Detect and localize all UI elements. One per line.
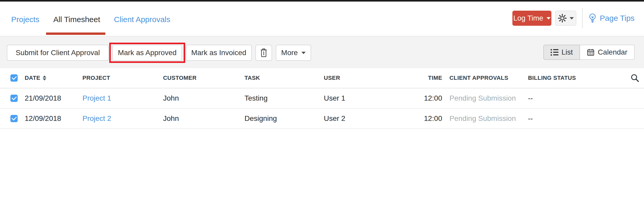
- checkmark-icon: [12, 95, 17, 100]
- list-icon: [551, 49, 558, 56]
- list-label: List: [562, 48, 573, 56]
- row-checkbox[interactable]: [10, 95, 18, 102]
- cell-task: Designing: [244, 114, 277, 123]
- settings-button[interactable]: [555, 11, 576, 26]
- timesheet-page: Projects All Timesheet Client Approvals …: [0, 0, 644, 209]
- checkmark-icon: [12, 75, 17, 80]
- delete-button[interactable]: [255, 45, 272, 61]
- view-toggle: List Calendar: [543, 45, 635, 60]
- page-tips-link[interactable]: Page Tips: [588, 13, 634, 23]
- sort-arrows-icon[interactable]: [43, 76, 46, 81]
- column-header-task: TASK: [244, 75, 260, 81]
- caret-down-icon: [546, 17, 551, 19]
- calendar-icon: [587, 48, 595, 56]
- column-header-project: PROJECT: [82, 75, 110, 81]
- trash-icon: [260, 48, 268, 58]
- table-row[interactable]: 21/09/2018 Project 1 John Testing User 1…: [0, 88, 644, 109]
- gear-icon: [558, 14, 567, 23]
- tab-all-timesheet[interactable]: All Timesheet: [53, 15, 100, 24]
- page-header: Projects All Timesheet Client Approvals …: [0, 2, 644, 36]
- page-tips-label: Page Tips: [600, 14, 634, 23]
- lightbulb-icon: [588, 13, 597, 23]
- caret-down-icon: [301, 52, 306, 54]
- cell-project-link[interactable]: Project 1: [82, 94, 111, 102]
- list-view-button[interactable]: List: [543, 45, 580, 60]
- invoice-label: Mark as Invoiced: [191, 49, 246, 57]
- checkmark-icon: [12, 115, 17, 121]
- column-header-client-approvals: CLIENT APPROVALS: [449, 75, 508, 81]
- timesheet-table: DATE PROJECT CUSTOMER TASK USER TIME CLI…: [0, 68, 644, 129]
- cell-date: 21/09/2018: [25, 94, 61, 102]
- table-row[interactable]: 12/09/2018 Project 2 John Designing User…: [0, 109, 644, 129]
- more-button[interactable]: More: [276, 45, 311, 61]
- column-header-date[interactable]: DATE: [25, 75, 40, 81]
- cell-task: Testing: [244, 94, 268, 102]
- tab-client-approvals[interactable]: Client Approvals: [114, 15, 170, 24]
- cell-date: 12/09/2018: [25, 114, 61, 123]
- caret-down-icon: [570, 17, 574, 19]
- cell-project-link[interactable]: Project 2: [82, 114, 111, 123]
- cell-time: 12:00: [390, 94, 442, 102]
- cell-customer: John: [163, 94, 179, 102]
- calendar-view-button[interactable]: Calendar: [579, 45, 635, 60]
- active-tab-underline: [46, 32, 105, 35]
- column-header-customer: CUSTOMER: [163, 75, 197, 81]
- action-toolbar: Submit for Client Approval Mark as Appro…: [0, 36, 644, 68]
- cell-billing-status: --: [528, 94, 533, 102]
- submit-for-client-approval-button[interactable]: Submit for Client Approval: [7, 45, 109, 61]
- more-label: More: [281, 49, 298, 57]
- table-header-row: DATE PROJECT CUSTOMER TASK USER TIME CLI…: [0, 68, 644, 88]
- tab-projects[interactable]: Projects: [11, 15, 39, 24]
- column-header-time: TIME: [390, 75, 442, 81]
- approve-label: Mark as Approved: [118, 49, 177, 57]
- cell-user: User 2: [324, 114, 345, 123]
- cell-client-approval-status: Pending Submission: [449, 94, 516, 102]
- mark-as-approved-button[interactable]: Mark as Approved: [112, 45, 182, 61]
- calendar-label: Calendar: [598, 48, 627, 56]
- cell-client-approval-status: Pending Submission: [449, 114, 516, 123]
- search-icon[interactable]: [630, 74, 639, 82]
- cell-time: 12:00: [390, 114, 442, 123]
- row-checkbox[interactable]: [10, 115, 18, 122]
- cell-billing-status: --: [528, 114, 533, 123]
- cell-user: User 1: [324, 94, 345, 102]
- column-header-billing-status: BILLING STATUS: [528, 75, 576, 81]
- select-all-checkbox[interactable]: [10, 74, 18, 82]
- column-header-user: USER: [324, 75, 340, 81]
- mark-as-invoiced-button[interactable]: Mark as Invoiced: [186, 45, 252, 61]
- submit-label: Submit for Client Approval: [16, 49, 100, 57]
- header-divider: [582, 8, 583, 28]
- cell-customer: John: [163, 114, 179, 123]
- log-time-button[interactable]: Log Time: [512, 11, 551, 26]
- log-time-label: Log Time: [513, 14, 543, 22]
